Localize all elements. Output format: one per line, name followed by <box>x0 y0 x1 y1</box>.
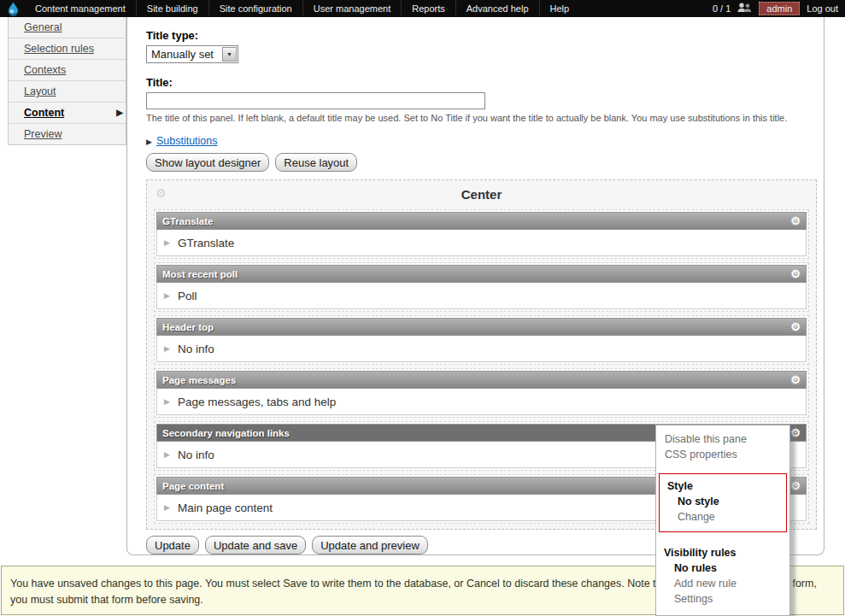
pane-title: Secondary navigation links <box>162 428 290 438</box>
pane-title: Most recent poll <box>162 269 238 279</box>
gear-icon[interactable]: ⚙ <box>790 426 801 439</box>
pane-title: Page content <box>162 481 224 491</box>
online-users-counter[interactable]: 0 / 1 <box>713 3 731 14</box>
style-section-title: Style <box>660 478 786 494</box>
reuse-layout-button[interactable]: Reuse layout <box>275 153 357 172</box>
gear-icon[interactable]: ⚙ <box>790 373 801 386</box>
pane-content: Main page content <box>178 502 273 514</box>
menu-content-management[interactable]: Content management <box>25 1 136 16</box>
update-button[interactable]: Update <box>146 536 199 554</box>
update-and-save-button[interactable]: Update and save <box>205 536 306 554</box>
menu-item-visibility-settings[interactable]: Settings <box>656 591 789 607</box>
gear-icon[interactable]: ⚙ <box>790 267 801 280</box>
title-type-label: Title type: <box>146 29 815 42</box>
pane-body[interactable]: ▶ GTranslate <box>156 230 807 256</box>
collapse-arrow-icon: ▶ <box>146 138 152 146</box>
pane-header[interactable]: Header top ⚙ <box>156 318 807 336</box>
collapse-arrow-icon: ▶ <box>164 503 170 512</box>
sidebar-item-general[interactable]: General <box>9 17 126 38</box>
pane-content: GTranslate <box>178 237 234 249</box>
style-status: No style <box>660 494 786 509</box>
menu-advanced-help[interactable]: Advanced help <box>455 1 539 16</box>
pane-page-messages: Page messages ⚙ ▶ Page messages, tabs an… <box>154 368 809 418</box>
show-layout-designer-button[interactable]: Show layout designer <box>146 153 269 172</box>
visibility-section-title: Visibility rules <box>656 545 789 560</box>
menu-help[interactable]: Help <box>539 1 580 16</box>
pane-header[interactable]: Page messages ⚙ <box>156 371 807 389</box>
pane-title: Page messages <box>162 375 236 385</box>
title-input[interactable] <box>146 92 485 109</box>
pane-most-recent-poll: Most recent poll ⚙ ▶ Poll <box>154 262 809 312</box>
active-item-arrow-icon: ▶ <box>116 108 123 117</box>
pane-content: Poll <box>178 290 197 302</box>
menu-item-disable-this-pane[interactable]: Disable this pane <box>656 431 789 447</box>
page: Display settings Content management Site… <box>0 0 845 616</box>
visibility-rules-section: Visibility rules No rules Add new rule S… <box>656 545 789 607</box>
menu-user-management[interactable]: User management <box>302 1 402 16</box>
style-section: Style No style Change <box>659 473 787 532</box>
gear-icon[interactable]: ⚙ <box>790 214 801 227</box>
sidebar-item-content[interactable]: Content ▶ <box>9 103 126 124</box>
gear-icon[interactable]: ⚙ <box>790 479 801 492</box>
title-label: Title: <box>146 76 815 89</box>
sidebar-item-layout[interactable]: Layout <box>9 81 126 103</box>
menu-site-configuration[interactable]: Site configuration <box>208 1 302 16</box>
collapse-arrow-icon: ▶ <box>164 238 170 247</box>
pane-content: No info <box>178 343 214 355</box>
pane-body[interactable]: ▶ Poll <box>156 283 807 309</box>
gear-icon[interactable]: ⚙ <box>790 320 801 333</box>
collapse-arrow-icon: ▶ <box>164 291 170 300</box>
panels-edit-sidebar: General Selection rules Contexts Layout … <box>8 17 126 145</box>
sidebar-item-contexts[interactable]: Contexts <box>9 60 126 81</box>
sidebar-item-label: Content <box>24 107 64 119</box>
pane-title: GTranslate <box>162 216 213 226</box>
chevron-down-icon: ▼ <box>222 47 237 62</box>
logout-link[interactable]: Log out <box>807 3 838 14</box>
menu-item-style-change[interactable]: Change <box>660 509 786 525</box>
title-type-select[interactable]: Manually set ▼ <box>146 45 238 63</box>
collapse-arrow-icon: ▶ <box>164 450 170 459</box>
menu-item-add-new-rule[interactable]: Add new rule <box>656 576 789 591</box>
sidebar-item-selection-rules[interactable]: Selection rules <box>9 38 126 60</box>
pane-body[interactable]: ▶ No info <box>156 336 807 362</box>
pane-header[interactable]: GTranslate ⚙ <box>156 212 807 230</box>
current-user-link[interactable]: admin <box>759 2 800 15</box>
menu-item-css-properties[interactable]: CSS properties <box>656 447 789 462</box>
region-gear-icon[interactable]: ⚙ <box>156 186 167 200</box>
substitutions-link[interactable]: Substitutions <box>156 135 218 147</box>
collapse-arrow-icon: ▶ <box>164 344 170 353</box>
pane-title: Header top <box>162 322 214 332</box>
menu-site-building[interactable]: Site building <box>136 1 208 16</box>
region-title: Center <box>154 185 809 202</box>
pane-content: Page messages, tabs and help <box>178 396 336 408</box>
title-help-text: The title of this panel. If left blank, … <box>146 113 815 123</box>
substitutions-toggle[interactable]: ▶Substitutions <box>146 135 815 147</box>
title-type-value: Manually set <box>147 48 221 61</box>
pane-body[interactable]: ▶ Page messages, tabs and help <box>156 389 807 415</box>
pane-header[interactable]: Most recent poll ⚙ <box>156 265 807 283</box>
pane-content: No info <box>178 449 214 461</box>
admin-toolbar: Content management Site building Site co… <box>0 0 845 17</box>
drupal-logo-icon[interactable] <box>7 2 20 16</box>
collapse-arrow-icon: ▶ <box>164 397 170 406</box>
sidebar-item-preview[interactable]: Preview <box>9 124 126 144</box>
pane-gtranslate: GTranslate ⚙ ▶ GTranslate <box>154 209 809 259</box>
users-icon <box>737 3 752 15</box>
menu-reports[interactable]: Reports <box>401 1 455 16</box>
update-and-preview-button[interactable]: Update and preview <box>312 536 428 554</box>
pane-header-top: Header top ⚙ ▶ No info <box>154 315 809 365</box>
pane-context-menu: Disable this pane CSS properties Style N… <box>655 425 790 616</box>
visibility-status: No rules <box>656 560 789 576</box>
